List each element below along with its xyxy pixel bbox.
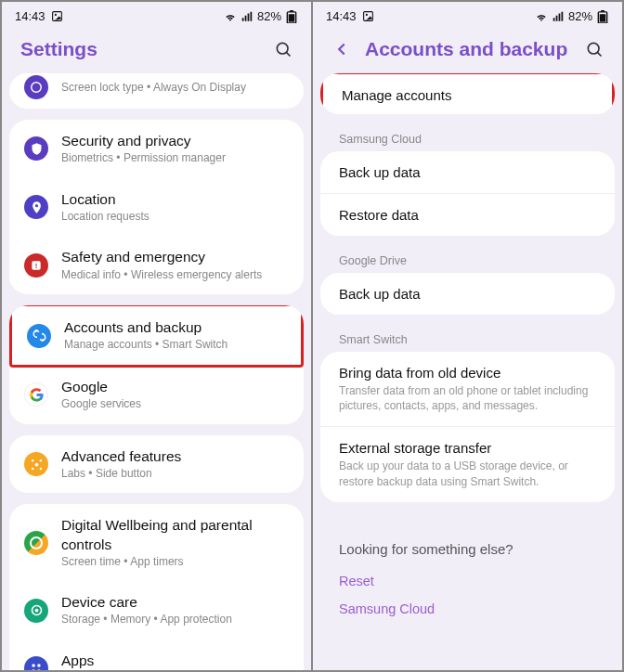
svg-text:!: !	[35, 262, 38, 270]
item-sub: Back up your data to a USB storage devic…	[339, 459, 596, 488]
settings-row-accounts[interactable]: Accounts and backupManage accounts • Sma…	[9, 305, 304, 368]
accounts-icon	[27, 324, 51, 348]
row-title: Safety and emergency	[61, 248, 289, 266]
row-sub: Biometrics • Permission manager	[61, 151, 289, 166]
row-sub: Labs • Side button	[61, 467, 289, 482]
svg-point-15	[31, 537, 42, 549]
item-title: Bring data from old device	[339, 365, 596, 381]
status-bar: 14:43 82%	[2, 2, 311, 27]
apps-icon	[24, 656, 48, 670]
settings-row-shield[interactable]: Security and privacyBiometrics • Permiss…	[9, 120, 304, 178]
row-sub: Screen time • App timers	[61, 555, 289, 570]
footer-link[interactable]: Reset	[339, 574, 596, 588]
row-sub: Storage • Memory • App protection	[61, 613, 289, 627]
svg-point-6	[32, 83, 42, 93]
svg-point-19	[37, 665, 41, 668]
footer-heading: Looking for something else?	[339, 541, 596, 557]
row-title: Apps	[61, 652, 289, 670]
svg-point-17	[34, 609, 38, 613]
list-item[interactable]: Restore data	[320, 194, 615, 236]
svg-point-13	[31, 467, 33, 470]
settings-list[interactable]: Screen lock type • Always On Display Sec…	[2, 73, 311, 670]
section-header: Google Drive	[320, 247, 615, 273]
battery-percent: 82%	[257, 9, 281, 23]
wellbeing-icon	[24, 531, 48, 555]
row-sub: Google services	[61, 397, 289, 412]
svg-point-23	[365, 14, 367, 16]
svg-point-7	[34, 204, 37, 207]
svg-rect-4	[289, 14, 295, 21]
accounts-backup-screen: 14:43 82% Accounts and backup Manage acc…	[313, 2, 622, 670]
battery-icon	[285, 10, 298, 23]
battery-icon	[596, 10, 609, 23]
settings-screen: 14:43 82% Settings Screen lock type • Al…	[2, 2, 311, 670]
footer-link[interactable]: Samsung Cloud	[339, 601, 596, 616]
svg-point-5	[277, 43, 288, 54]
list-item[interactable]: Back up data	[320, 151, 615, 194]
svg-point-27	[588, 43, 599, 54]
row-title: Google	[61, 378, 289, 396]
settings-row-location[interactable]: LocationLocation requests	[9, 178, 304, 237]
item-title: External storage transfer	[339, 440, 596, 456]
svg-rect-26	[600, 14, 606, 21]
wifi-icon	[535, 10, 548, 23]
status-time: 14:43	[15, 9, 46, 23]
google-icon	[24, 382, 48, 407]
svg-point-10	[34, 462, 38, 466]
safety-icon: !	[24, 253, 48, 278]
list-item[interactable]: Back up data	[320, 273, 615, 315]
item-title: Back up data	[339, 164, 596, 180]
row-title: Advanced features	[61, 447, 289, 466]
section-header: Smart Switch	[320, 326, 615, 352]
signal-icon	[240, 10, 254, 23]
row-title: Device care	[61, 593, 289, 612]
row-title: Digital Wellbeing and parental controls	[61, 516, 289, 553]
row-sub: Medical info • Wireless emergency alerts	[61, 268, 289, 283]
settings-row-lockscreen[interactable]: Screen lock type • Always On Display	[9, 73, 304, 109]
search-icon[interactable]	[274, 40, 292, 58]
item-title: Restore data	[339, 207, 596, 223]
svg-point-11	[31, 459, 33, 461]
item-title: Back up data	[339, 286, 596, 302]
svg-point-1	[54, 14, 56, 16]
lock-icon	[24, 75, 48, 99]
item-sub: Transfer data from an old phone or table…	[339, 383, 596, 413]
header: Accounts and backup	[313, 27, 622, 73]
battery-percent: 82%	[568, 9, 592, 23]
list-item[interactable]: Manage accounts	[320, 73, 615, 114]
shield-icon	[24, 136, 48, 161]
item-title: Manage accounts	[342, 87, 593, 103]
header: Settings	[2, 27, 311, 73]
row-sub: Screen lock type • Always On Display	[61, 81, 289, 96]
svg-point-12	[39, 459, 42, 461]
device-icon	[24, 599, 48, 623]
image-icon	[362, 10, 374, 22]
settings-row-advanced[interactable]: Advanced featuresLabs • Side button	[9, 435, 304, 494]
settings-row-google[interactable]: GoogleGoogle services	[9, 366, 304, 424]
image-icon	[51, 10, 63, 22]
row-title: Accounts and backup	[64, 318, 286, 337]
status-time: 14:43	[326, 9, 357, 23]
signal-icon	[552, 10, 565, 23]
page-title: Accounts and backup	[365, 38, 572, 60]
settings-row-apps[interactable]: AppsDefault apps • App settings	[9, 640, 304, 670]
back-icon[interactable]	[332, 39, 352, 59]
page-title: Settings	[20, 38, 261, 60]
row-title: Security and privacy	[61, 132, 289, 150]
settings-row-wellbeing[interactable]: Digital Wellbeing and parental controlsS…	[9, 504, 304, 581]
accounts-list[interactable]: Manage accountsSamsung CloudBack up data…	[313, 73, 622, 670]
row-title: Location	[61, 190, 289, 209]
location-icon	[24, 195, 48, 219]
settings-row-safety[interactable]: !Safety and emergencyMedical info • Wire…	[9, 236, 304, 294]
settings-row-device[interactable]: Device careStorage • Memory • App protec…	[9, 581, 304, 640]
section-header: Samsung Cloud	[320, 125, 615, 151]
list-item[interactable]: External storage transferBack up your da…	[320, 427, 615, 501]
list-item[interactable]: Bring data from old deviceTransfer data …	[320, 352, 615, 427]
search-icon[interactable]	[585, 40, 604, 58]
status-bar: 14:43 82%	[313, 2, 622, 27]
row-sub: Manage accounts • Smart Switch	[64, 338, 286, 353]
svg-point-14	[39, 467, 42, 470]
advanced-icon	[24, 452, 48, 476]
svg-point-18	[32, 665, 35, 668]
row-sub: Location requests	[61, 210, 289, 225]
